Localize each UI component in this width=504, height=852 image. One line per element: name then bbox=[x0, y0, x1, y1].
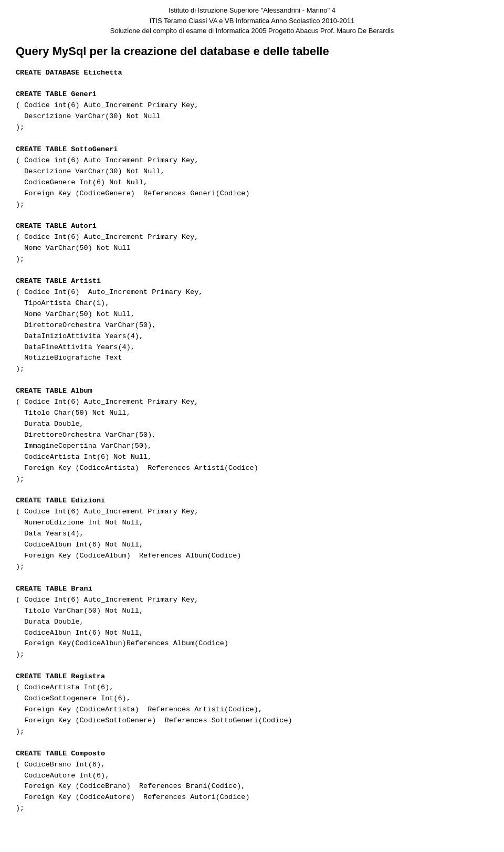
header-line2: ITIS Teramo Classi VA e VB Informatica A… bbox=[16, 16, 488, 26]
header-line1: Istituto di Istruzione Superiore "Alessa… bbox=[16, 5, 488, 16]
header-section: Istituto di Istruzione Superiore "Alessa… bbox=[16, 5, 488, 36]
header-line3: Soluzione del compito di esame di Inform… bbox=[16, 26, 488, 36]
code-block: CREATE DATABASE Etichetta CREATE TABLE G… bbox=[16, 68, 488, 815]
page-title: Query MySql per la creazione del databas… bbox=[16, 45, 488, 58]
